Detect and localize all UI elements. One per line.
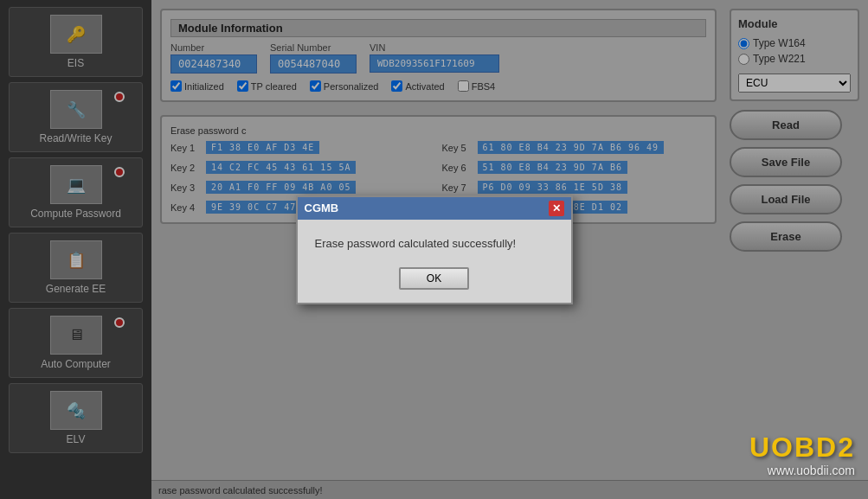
- dialog-body: Erase password calculated successfully!: [298, 220, 571, 263]
- dialog: CGMB ✕ Erase password calculated success…: [296, 195, 573, 304]
- dialog-title: CGMB: [305, 202, 339, 214]
- dialog-titlebar: CGMB ✕: [298, 197, 571, 220]
- dialog-ok-button[interactable]: OK: [399, 267, 469, 290]
- dialog-close-button[interactable]: ✕: [549, 201, 564, 216]
- dialog-footer: OK: [298, 263, 571, 303]
- watermark-brand: UOBD2: [749, 432, 855, 464]
- dialog-message: Erase password calculated successfully!: [315, 237, 517, 250]
- watermark-url: www.uobdii.com: [749, 464, 855, 477]
- watermark: UOBD2 www.uobdii.com: [749, 432, 855, 477]
- dialog-overlay: CGMB ✕ Erase password calculated success…: [0, 0, 868, 499]
